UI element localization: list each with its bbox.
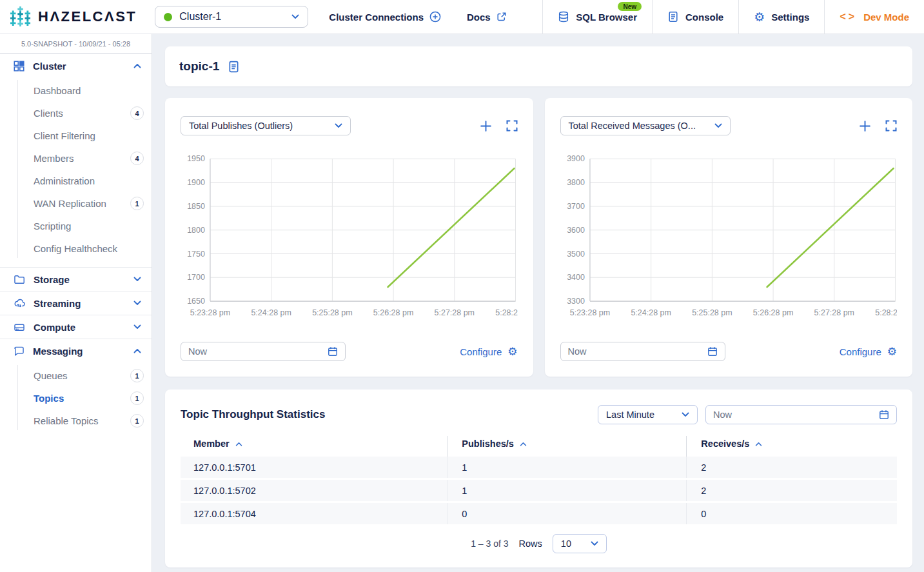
settings-button[interactable]: ⚙ Settings [738,0,824,34]
column-label: Member [193,439,230,449]
svg-text:3900: 3900 [567,154,585,163]
console-button[interactable]: Console [652,0,738,34]
sidebar-section-cluster-label: Cluster [33,61,66,72]
version-label: 5.0-SNAPSHOT - 10/09/21 - 05:28 [0,34,152,54]
svg-text:1650: 1650 [187,297,205,306]
sidebar-item-config-healthcheck[interactable]: Config Healthcheck [0,237,152,260]
sort-asc-icon[interactable] [520,442,527,446]
configure-link[interactable]: Configure ⚙ [460,346,517,357]
column-header-receives[interactable]: Receives/s [686,436,897,457]
sort-asc-icon[interactable] [235,442,242,446]
sidebar-item-wan-replication[interactable]: WAN Replication1 [0,192,152,215]
cluster-select-value: Cluster-1 [179,11,221,23]
count-badge: 1 [130,391,144,405]
hazelcast-logo-icon [10,6,31,27]
configure-label: Configure [460,346,502,357]
svg-text:3600: 3600 [567,226,585,235]
calendar-icon [707,346,718,357]
expand-icon[interactable] [506,120,518,132]
throughput-table: Member Publishes/s Receives/s 127.0.0.1:… [181,436,897,553]
sidebar-item-dashboard[interactable]: Dashboard [0,79,152,102]
svg-text:5:27:28 pm: 5:27:28 pm [814,308,854,317]
plus-circle-icon [429,11,441,23]
period-select-value: Last Minute [606,409,654,420]
topic-doc-icon[interactable] [228,61,240,73]
sql-browser-label: SQL Browser [576,12,637,23]
cluster-connections-button[interactable]: Cluster Connections [329,11,441,23]
sort-asc-icon[interactable] [755,442,762,446]
count-badge: 4 [130,106,144,120]
svg-text:5:26:28 pm: 5:26:28 pm [752,308,792,317]
code-icon: <> [840,11,857,23]
database-icon [558,11,569,23]
svg-text:1800: 1800 [187,226,205,235]
sidebar-item-label: Clients [34,108,63,119]
sidebar-item-members[interactable]: Members4 [0,147,152,170]
svg-text:5:24:28 pm: 5:24:28 pm [251,308,291,317]
sidebar-nav: 5.0-SNAPSHOT - 10/09/21 - 05:28 Cluster … [0,34,152,572]
sidebar-item-administration[interactable]: Administration [0,170,152,192]
sidebar-item-clients[interactable]: Clients4 [0,102,152,124]
stats-time-input[interactable]: Now [705,405,897,424]
add-chart-icon[interactable] [480,120,492,132]
sidebar-section-streaming-header[interactable]: Streaming [0,291,152,315]
chevron-up-icon [133,348,141,353]
chart-time-input[interactable]: Now [560,342,725,361]
folder-icon [14,275,25,284]
metric-select[interactable]: Total Publishes (Outliers) [181,116,351,135]
new-badge: New [618,2,642,11]
svg-text:5:28:28 pm: 5:28:28 pm [875,308,897,317]
metric-select[interactable]: Total Received Messages (O... [560,116,731,135]
sidebar-item-reliable-topics[interactable]: Reliable Topics1 [0,409,152,432]
rows-per-page-value: 10 [561,538,571,549]
add-chart-icon[interactable] [859,120,871,132]
sidebar-section-messaging-header[interactable]: Messaging [0,339,152,362]
svg-text:5:24:28 pm: 5:24:28 pm [631,308,671,317]
sidebar-item-scripting[interactable]: Scripting [0,215,152,237]
dev-mode-button[interactable]: <> Dev Mode [824,0,924,34]
cluster-select[interactable]: Cluster-1 [155,6,308,28]
sidebar-item-label: Members [34,153,74,164]
svg-text:1750: 1750 [187,249,205,258]
sidebar-section-compute: Compute [0,315,152,339]
table-row[interactable]: 127.0.0.1:5702 1 2 [181,480,897,501]
sql-browser-button[interactable]: New SQL Browser [542,0,652,34]
column-header-member[interactable]: Member [181,436,447,457]
stats-time-value: Now [713,409,732,420]
sidebar-item-queues[interactable]: Queues1 [0,364,152,387]
sidebar-section-messaging: Messaging Queues1 Topics1 Reliable Topic… [0,339,152,439]
table-row[interactable]: 127.0.0.1:5704 0 0 [181,503,897,524]
configure-link[interactable]: Configure ⚙ [840,346,897,357]
count-badge: 1 [130,414,144,428]
column-header-publishes[interactable]: Publishes/s [447,436,686,457]
chart-card-received: Total Received Messages (O... 3300340035… [545,98,913,377]
rows-per-page-label: Rows [519,538,542,549]
period-select[interactable]: Last Minute [598,405,698,424]
cell-receives: 0 [686,503,897,524]
svg-text:5:23:28 pm: 5:23:28 pm [569,308,609,317]
sidebar-item-topics[interactable]: Topics1 [0,387,152,409]
table-row[interactable]: 127.0.0.1:5701 1 2 [181,457,897,478]
chart-time-input[interactable]: Now [181,342,346,361]
sidebar-section-cluster-header[interactable]: Cluster [0,54,152,77]
sidebar-section-storage-header[interactable]: Storage [0,267,152,291]
settings-label: Settings [771,12,809,23]
configure-label: Configure [840,346,881,357]
sidebar-item-label: Queues [34,370,68,381]
docs-link[interactable]: Docs [467,12,507,23]
sidebar-messaging-items: Queues1 Topics1 Reliable Topics1 [0,362,152,439]
chart-time-value: Now [188,346,207,357]
gear-icon: ⚙ [507,346,517,357]
svg-text:5:25:28 pm: 5:25:28 pm [692,308,732,317]
svg-text:5:23:28 pm: 5:23:28 pm [190,308,230,317]
rows-per-page-select[interactable]: 10 [553,534,607,553]
svg-text:1700: 1700 [187,273,205,282]
sidebar-section-compute-header[interactable]: Compute [0,315,152,339]
pagination: 1 – 3 of 3 Rows 10 [181,534,897,553]
sidebar-section-messaging-label: Messaging [33,346,83,357]
cell-publishes: 1 [447,457,686,478]
expand-icon[interactable] [885,120,897,132]
chevron-down-icon [291,14,299,19]
sidebar-item-client-filtering[interactable]: Client Filtering [0,124,152,147]
svg-text:3500: 3500 [567,249,585,258]
